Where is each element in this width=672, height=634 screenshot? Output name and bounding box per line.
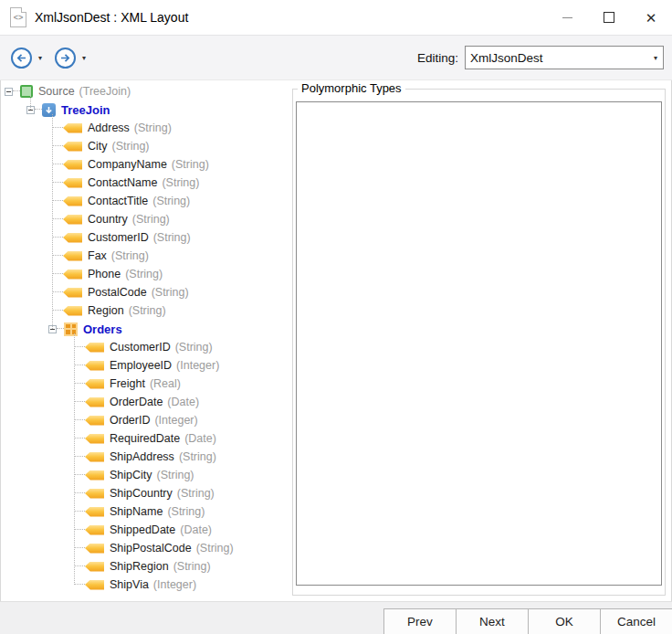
tree-node-city[interactable]: City(String) (52, 137, 292, 155)
tree-node-companyname[interactable]: CompanyName(String) (52, 155, 292, 174)
window-title: XmlJsonDest : XML Layout (35, 10, 188, 25)
footer-bar: PrevNextOKCancel (0, 601, 672, 634)
node-type: (String) (162, 176, 199, 189)
field-icon (85, 507, 104, 517)
field-icon (63, 251, 82, 261)
tree-node-region[interactable]: Region(String) (52, 301, 292, 320)
tree-node-phone[interactable]: Phone(String) (52, 265, 292, 283)
field-icon (85, 343, 104, 353)
next-button[interactable]: Next (456, 608, 529, 634)
field-icon (85, 525, 104, 535)
node-type: (Date) (167, 396, 199, 408)
tree-node-shipregion[interactable]: ShipRegion(String) (74, 557, 292, 576)
field-icon (63, 269, 82, 280)
tree-connector (52, 114, 54, 329)
node-type: (String) (152, 286, 189, 299)
node-label: Country (88, 213, 128, 226)
tree-node-fax[interactable]: Fax(String) (52, 247, 292, 265)
node-type: (Real) (150, 377, 181, 390)
footer-buttons: PrevNextOKCancel (384, 608, 672, 634)
node-type: (String) (172, 158, 209, 171)
tree-node-freight[interactable]: Freight(Real) (74, 375, 292, 393)
node-type: (String) (173, 560, 211, 573)
close-button[interactable]: ✕ (630, 0, 672, 35)
node-type: (String) (112, 140, 150, 153)
tree-node-shipcountry[interactable]: ShipCountry(String) (74, 484, 292, 502)
xml-document-icon: <> (10, 7, 26, 27)
minimize-button[interactable] (546, 0, 588, 35)
tree-node-employeeid[interactable]: EmployeeID(Integer) (74, 356, 292, 375)
forward-button[interactable] (55, 48, 76, 69)
field-icon (85, 452, 104, 462)
tree-node-shipvia[interactable]: ShipVia(Integer) (74, 576, 292, 594)
maximize-button[interactable] (588, 0, 630, 35)
tree-node-shipaddress[interactable]: ShipAddress(String) (74, 448, 292, 466)
tree-node-contactname[interactable]: ContactName(String) (52, 174, 292, 192)
tree-node-postalcode[interactable]: PostalCode(String) (52, 283, 292, 301)
node-label: CustomerID (88, 231, 149, 244)
tree-node-shipcity[interactable]: ShipCity(String) (74, 466, 292, 484)
field-icon (63, 142, 82, 152)
tree-node-address[interactable]: Address(String) (52, 119, 292, 137)
polymorphic-types-group: Polymorphic Types (292, 89, 666, 596)
tree-node-source[interactable]: Source(TreeJoin) (5, 82, 292, 100)
field-icon (85, 544, 104, 554)
tree-connector (57, 328, 64, 330)
node-type: (Integer) (176, 359, 219, 372)
node-label: ShipVia (110, 578, 149, 591)
node-label: Orders (83, 322, 122, 336)
node-type: (TreeJoin) (79, 85, 131, 98)
tree-node-customerid[interactable]: CustomerID(String) (74, 338, 292, 356)
cancel-button[interactable]: Cancel (600, 608, 672, 634)
window-controls: ✕ (546, 0, 672, 35)
node-label: ShipAddress (110, 450, 174, 463)
tree-node-customerid[interactable]: CustomerID(String) (52, 228, 292, 247)
node-type: (String) (175, 341, 213, 354)
node-label: ShipRegion (110, 560, 169, 573)
node-label: ShipCity (110, 469, 152, 481)
field-icon (63, 123, 82, 133)
node-type: (String) (152, 195, 190, 207)
tree-node-shipname[interactable]: ShipName(String) (74, 502, 292, 521)
node-type: (String) (196, 542, 234, 555)
back-history-dropdown[interactable]: ▾ (35, 54, 46, 62)
editing-value: XmlJsonDest (470, 51, 543, 65)
close-icon: ✕ (646, 11, 657, 25)
editing-group: Editing: XmlJsonDest ▾ (417, 46, 664, 69)
expand-toggle[interactable] (5, 88, 13, 96)
tree-node-shippeddate[interactable]: ShippedDate(Date) (74, 521, 292, 539)
tree-node-country[interactable]: Country(String) (52, 210, 292, 228)
node-label: CustomerID (110, 341, 171, 354)
tree-node-orders[interactable]: Orders (48, 320, 292, 338)
tree-node-shippostalcode[interactable]: ShipPostalCode(String) (74, 539, 292, 557)
tree-node-contacttitle[interactable]: ContactTitle(String) (52, 192, 292, 210)
field-icon (85, 580, 104, 590)
node-label: RequiredDate (110, 432, 180, 445)
forward-history-dropdown[interactable]: ▾ (79, 54, 89, 62)
node-type: (String) (153, 231, 191, 244)
tree-node-treejoin[interactable]: TreeJoin (26, 100, 292, 119)
node-type: (Integer) (153, 578, 196, 591)
tree-node-orderdate[interactable]: OrderDate(Date) (74, 393, 292, 411)
tree-connector (30, 96, 32, 110)
node-label: ShippedDate (110, 523, 175, 536)
toolbar: ▾ ▾ Editing: XmlJsonDest ▾ (0, 35, 672, 80)
xml-layout-window: <> XmlJsonDest : XML Layout ✕ ▾ ▾ (0, 0, 672, 634)
schema-tree: Source(TreeJoin)TreeJoinAddress(String)C… (0, 82, 292, 599)
editing-select[interactable]: XmlJsonDest ▾ (465, 46, 664, 69)
node-label: PostalCode (88, 286, 147, 299)
ok-button[interactable]: OK (528, 608, 601, 634)
maximize-icon (604, 12, 614, 23)
tree-node-orderid[interactable]: OrderID(Integer) (74, 411, 292, 429)
field-icon (85, 434, 104, 444)
node-label: ShipPostalCode (110, 542, 192, 555)
arrow-down-icon (45, 106, 53, 114)
node-type: (Date) (180, 523, 212, 536)
tree-node-requireddate[interactable]: RequiredDate(Date) (74, 429, 292, 448)
node-type: (String) (179, 450, 216, 463)
prev-button[interactable]: Prev (383, 608, 457, 634)
node-label: OrderID (110, 414, 150, 427)
back-button[interactable] (11, 48, 32, 69)
node-label: Address (88, 122, 130, 134)
polymorphic-types-list[interactable] (296, 101, 662, 586)
